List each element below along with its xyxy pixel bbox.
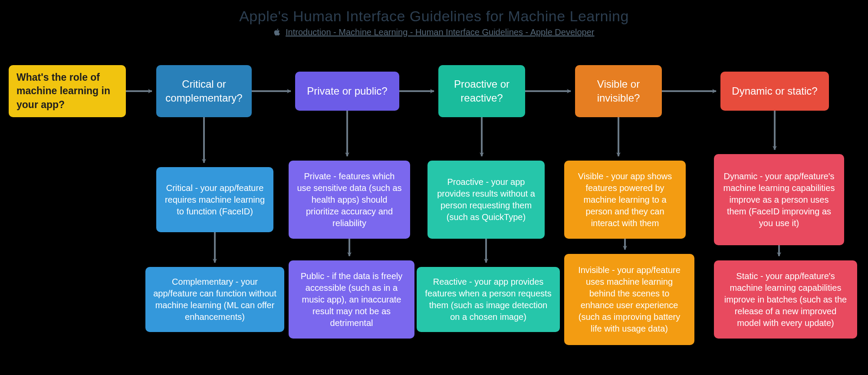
node-q-visible: Visible or invisible? — [575, 65, 662, 117]
node-a-visible: Visible - your app shows features powere… — [564, 161, 686, 239]
node-q-critical: Critical or complementary? — [156, 65, 252, 117]
node-a-dynamic: Dynamic - your app/feature's machine lea… — [714, 154, 844, 245]
node-a-critical: Critical - your app/feature requires mac… — [156, 167, 273, 232]
node-a-complementary: Complementary - your app/feature can fun… — [145, 267, 284, 332]
node-a-private: Private - features which use sensitive d… — [289, 161, 410, 239]
node-a-proactive: Proactive - your app provides results wi… — [427, 161, 545, 239]
node-a-static: Static - your app/feature's machine lear… — [714, 260, 857, 339]
node-q-dynamic: Dynamic or static? — [720, 72, 829, 111]
node-start: What's the role of machine learning in y… — [9, 65, 126, 117]
node-q-proactive: Proactive or reactive? — [438, 65, 525, 117]
node-a-reactive: Reactive - your app provides features wh… — [417, 267, 560, 332]
diagram-canvas: What's the role of machine learning in y… — [0, 0, 868, 375]
node-a-public: Public - if the data is freely accessibl… — [289, 260, 414, 339]
node-a-invisible: Invisible - your app/feature uses machin… — [564, 254, 694, 345]
node-q-private: Private or public? — [295, 72, 399, 111]
